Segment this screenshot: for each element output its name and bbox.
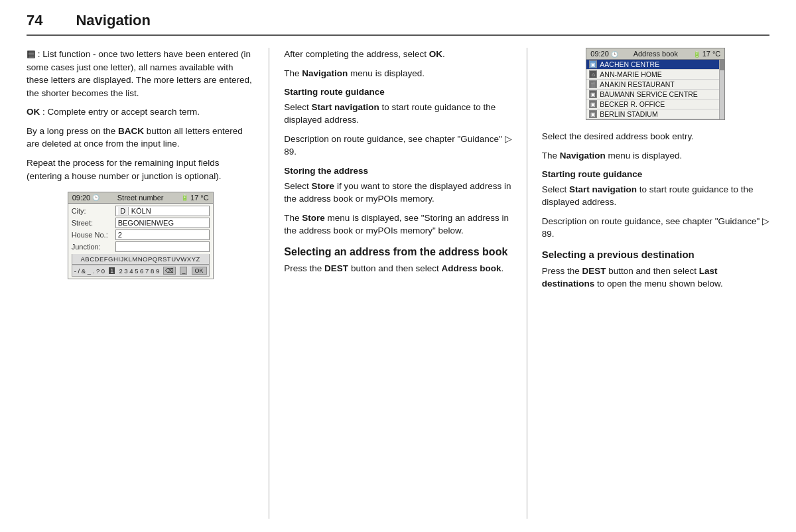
ab-clock-icon: 🕒 bbox=[611, 51, 618, 58]
col3-section2-heading: Selecting a previous destination bbox=[542, 247, 769, 262]
ab-scrollbar[interactable] bbox=[719, 60, 724, 119]
dest-label-1: DEST bbox=[324, 263, 348, 273]
device-clock-icon: 🕒 bbox=[92, 194, 100, 201]
col3-section1-heading: Starting route guidance bbox=[542, 168, 769, 181]
last-destinations-label: Last destinations bbox=[542, 266, 718, 289]
col1: ▤ : List function - once two letters hav… bbox=[27, 48, 269, 519]
keyboard-symbols-text: - / & _ . ? 0 bbox=[74, 267, 105, 275]
ab-time: 09:20 bbox=[590, 50, 609, 58]
page-header: 74 Navigation bbox=[27, 12, 769, 36]
device-battery-icon: 🔋 bbox=[181, 194, 188, 201]
space-key[interactable]: _ bbox=[180, 267, 187, 275]
ab-item-annmarie[interactable]: ⌂ ANN-MARIE HOME bbox=[586, 70, 719, 80]
ab-header: 09:20 🕒 Address book 🔋 17 °C bbox=[586, 48, 724, 60]
field-row-junction: Junction: bbox=[72, 241, 210, 252]
ok-label-2: OK bbox=[429, 49, 442, 59]
house-value: 2 bbox=[118, 231, 122, 239]
ab-item-baumann[interactable]: ▣ BAUMANN SERVICE CENTRE bbox=[586, 90, 719, 100]
col1-para3: By a long press on the BACK button all l… bbox=[27, 125, 254, 151]
col1-para2: OK : Complete entry or accept search ter… bbox=[27, 105, 254, 119]
ab-item-berlin-label: BERLIN STADIUM bbox=[600, 110, 657, 118]
col3-section2-para1: Press the DEST button and then select La… bbox=[542, 265, 769, 291]
backspace-key[interactable]: ⌫ bbox=[163, 267, 176, 275]
page-container: 74 Navigation ▤ : List function - once t… bbox=[0, 0, 796, 532]
col3-section1-para2: Description on route guidance, see chapt… bbox=[542, 215, 769, 241]
store-label-1: Store bbox=[312, 181, 335, 191]
section-start-route-para2: Description on route guidance, see chapt… bbox=[284, 133, 511, 159]
dest-label-2: DEST bbox=[582, 266, 606, 276]
col2: After completing the address, select OK.… bbox=[269, 48, 527, 519]
section-address-book-para1: Press the DEST button and then select Ad… bbox=[284, 262, 511, 275]
ab-icon-aachen: ▣ bbox=[589, 60, 597, 68]
ab-item-anakin[interactable]: 🍴 ANAKIN RESTAURANT bbox=[586, 80, 719, 90]
col1-para1: ▤ : List function - once two letters hav… bbox=[27, 48, 254, 100]
back-label: BACK bbox=[118, 126, 144, 136]
field-label-city: City: bbox=[72, 207, 113, 215]
col1-para2-text: : Complete entry or accept search term. bbox=[42, 107, 200, 117]
navigation-label-1: Navigation bbox=[302, 68, 348, 78]
col2-nav-menu: The Navigation menu is displayed. bbox=[284, 67, 511, 80]
section-store-para2: The Store menu is displayed, see "Storin… bbox=[284, 212, 511, 237]
cursor-key: 1 bbox=[109, 267, 115, 274]
store-label-2: Store bbox=[302, 213, 325, 223]
ab-icon-becker: ▣ bbox=[589, 100, 597, 108]
col1-para4: Repeat the process for the remaining inp… bbox=[27, 157, 254, 182]
ab-list: ▣ AACHEN CENTRE ⌂ ANN-MARIE HOME 🍴 ANAKI… bbox=[586, 60, 719, 119]
ok-key[interactable]: OK bbox=[192, 267, 207, 275]
keyboard-numbers: 2 3 4 5 6 7 8 9 bbox=[119, 267, 159, 275]
col3: 09:20 🕒 Address book 🔋 17 °C ▣ AACHE bbox=[527, 48, 769, 519]
field-label-street: Street: bbox=[72, 219, 113, 227]
ab-battery-icon: 🔋 bbox=[693, 51, 700, 58]
junction-value bbox=[118, 243, 120, 251]
field-label-junction: Junction: bbox=[72, 243, 113, 251]
field-row-house: House No.: 2 bbox=[72, 230, 210, 240]
address-book-screenshot: 09:20 🕒 Address book 🔋 17 °C ▣ AACHE bbox=[586, 48, 725, 120]
ab-temp: 17 °C bbox=[702, 50, 721, 58]
section-store-heading: Storing the address bbox=[284, 165, 511, 178]
device-time: 09:20 bbox=[72, 194, 91, 202]
ok-label-1: OK bbox=[27, 107, 40, 117]
field-row-street: Street: BEGONIENWEG bbox=[72, 218, 210, 228]
field-value-city: D KÖLN bbox=[115, 206, 210, 216]
section-start-route-heading: Starting route guidance bbox=[284, 86, 511, 99]
ab-header-left: 09:20 🕒 bbox=[590, 50, 618, 58]
section-store-para1: Select Store if you want to store the di… bbox=[284, 180, 511, 206]
field-value-house: 2 bbox=[115, 230, 210, 240]
ab-item-anakin-label: ANAKIN RESTAURANT bbox=[600, 80, 674, 88]
col1-para1-text: : List function - once two letters have … bbox=[27, 49, 252, 98]
device-temp: 17 °C bbox=[190, 194, 209, 202]
col3-section1-para1: Select Start navigation to start route g… bbox=[542, 183, 769, 209]
keyboard-letters: ABCDEFGHIJKLMNOPQRSTUVWXYZ bbox=[72, 254, 210, 265]
ab-icon-berlin: ▣ bbox=[589, 110, 597, 118]
ab-item-berlin[interactable]: ▣ BERLIN STADIUM bbox=[586, 109, 719, 119]
ab-list-row: ▣ AACHEN CENTRE ⌂ ANN-MARIE HOME 🍴 ANAKI… bbox=[586, 60, 724, 119]
field-d-city: D bbox=[118, 207, 129, 215]
ab-item-becker[interactable]: ▣ BECKER R. OFFICE bbox=[586, 100, 719, 109]
list-icon: ▤ bbox=[27, 49, 35, 59]
city-value: KÖLN bbox=[131, 207, 151, 215]
device-title: Street number bbox=[117, 194, 164, 202]
ab-icon-baumann: ▣ bbox=[589, 90, 597, 98]
ab-item-aachen[interactable]: ▣ AACHEN CENTRE bbox=[586, 60, 719, 70]
device-header-left: 09:20 🕒 bbox=[72, 194, 100, 202]
col1-para3-pre: By a long press on the bbox=[27, 126, 118, 136]
ab-item-aachen-label: AACHEN CENTRE bbox=[600, 60, 659, 68]
ab-header-right: 🔋 17 °C bbox=[693, 50, 721, 58]
start-nav-label-2: Start navigation bbox=[569, 184, 637, 194]
page-title: Navigation bbox=[76, 12, 150, 29]
ab-item-annmarie-label: ANN-MARIE HOME bbox=[600, 70, 661, 78]
device-header: 09:20 🕒 Street number 🔋 17 °C bbox=[68, 192, 213, 204]
ab-title: Address book bbox=[633, 50, 678, 58]
col3-para1: Select the desired address book entry. bbox=[542, 130, 769, 143]
field-label-house: House No.: bbox=[72, 231, 113, 239]
ab-icon-annmarie: ⌂ bbox=[589, 70, 597, 78]
section-start-route-para1: Select Start navigation to start route g… bbox=[284, 101, 511, 127]
street-value: BEGONIENWEG bbox=[118, 219, 174, 227]
ab-icon-anakin: 🍴 bbox=[589, 80, 597, 88]
device-body: City: D KÖLN Street: BEGONIENWEG bbox=[68, 204, 213, 279]
device-header-right: 🔋 17 °C bbox=[181, 194, 209, 202]
navigation-label-2: Navigation bbox=[560, 151, 606, 161]
ab-item-baumann-label: BAUMANN SERVICE CENTRE bbox=[600, 90, 697, 98]
device-screenshot: 09:20 🕒 Street number 🔋 17 °C City: D bbox=[68, 192, 214, 279]
col3-para2: The Navigation menu is displayed. bbox=[542, 149, 769, 163]
